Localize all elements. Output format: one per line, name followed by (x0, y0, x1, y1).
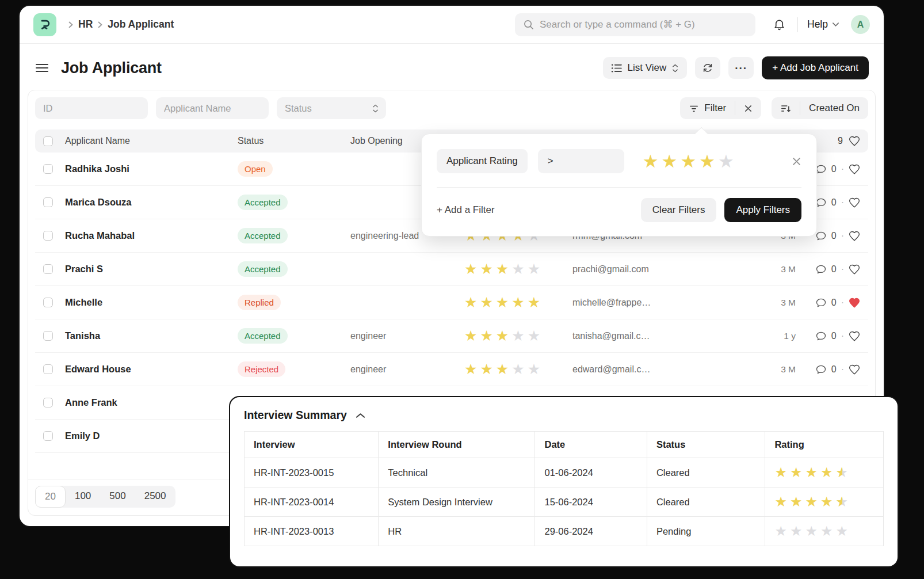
page-size-100[interactable]: 100 (66, 486, 100, 508)
heart-icon[interactable] (849, 364, 860, 375)
filter-rating-stars[interactable]: ★★★★★ (643, 153, 734, 170)
row-checkbox[interactable] (43, 164, 53, 174)
status-filter-select[interactable]: Status (277, 97, 386, 119)
job-opening: engineer (350, 364, 464, 375)
interview-round: System Design Interview (379, 487, 535, 517)
interview-table-row[interactable]: HR-INT-2023-0013 HR 29-06-2024 Pending ★… (245, 517, 884, 546)
applicant-name[interactable]: Radhika Joshi (65, 163, 238, 174)
notifications-button[interactable] (770, 16, 788, 33)
applicant-name[interactable]: Anne Frank (65, 397, 238, 408)
comment-icon (815, 264, 827, 275)
comment-count: 0 (831, 331, 837, 341)
applicant-name-filter-input[interactable] (156, 97, 269, 119)
interview-status: Cleared (647, 458, 765, 487)
view-switcher-button[interactable]: List View (603, 57, 687, 79)
add-job-applicant-button[interactable]: + Add Job Applicant (762, 56, 869, 79)
applicant-name[interactable]: Edward House (65, 364, 238, 375)
heart-icon[interactable] (849, 163, 860, 175)
row-rating: ★★★★★ (464, 262, 572, 276)
table-row[interactable]: Tanisha Accepted engineer ★★★★★ tanisha@… (35, 319, 868, 353)
applicant-name[interactable]: Rucha Mahabal (65, 230, 238, 241)
row-checkbox[interactable] (43, 264, 53, 274)
heart-icon[interactable] (849, 230, 860, 242)
sort-direction-button[interactable] (772, 97, 800, 119)
sort-field-button[interactable]: Created On (800, 97, 868, 119)
table-row[interactable]: Edward House Rejected engineer ★★★★★ edw… (35, 353, 868, 386)
help-menu[interactable]: Help (807, 18, 839, 31)
status-badge: Accepted (238, 261, 288, 277)
close-icon (744, 104, 753, 113)
page-size-2500[interactable]: 2500 (135, 486, 175, 508)
navbar: HR Job Applicant Search or type a comman… (20, 6, 884, 44)
comment-icon (815, 230, 827, 242)
interview-rating: ★★★★★★ (774, 466, 874, 479)
refresh-button[interactable] (695, 57, 720, 79)
page-size-500[interactable]: 500 (100, 486, 135, 508)
page-size-20[interactable]: 20 (35, 486, 66, 508)
clear-filter-x-button[interactable] (735, 97, 761, 119)
interview-date: 29-06-2024 (535, 517, 647, 546)
page-size-selector: 201005002500 (35, 486, 175, 508)
applicant-name[interactable]: Emily D (65, 431, 238, 441)
row-modified: 3 M (759, 298, 796, 308)
row-modified: 3 M (759, 364, 796, 375)
remove-filter-button[interactable] (792, 157, 801, 166)
row-checkbox[interactable] (43, 231, 53, 241)
breadcrumb-job-applicant[interactable]: Job Applicant (108, 18, 174, 31)
user-avatar[interactable]: A (851, 15, 870, 34)
select-all-checkbox[interactable] (43, 136, 53, 146)
interview-round: HR (379, 517, 535, 546)
row-checkbox[interactable] (43, 431, 53, 441)
table-row[interactable]: Prachi S Accepted ★★★★★ prachi@gmail.com… (35, 253, 868, 286)
row-checkbox[interactable] (43, 364, 53, 374)
row-checkbox[interactable] (43, 398, 53, 407)
app-logo[interactable] (33, 13, 56, 36)
applicant-name[interactable]: Tanisha (65, 330, 238, 341)
updown-chevron-icon (372, 104, 379, 113)
row-email: michelle@frappe… (572, 298, 759, 308)
interview-rating: ★★★★★★ (774, 495, 874, 509)
row-checkbox[interactable] (43, 298, 53, 307)
like-filter-heart-icon[interactable] (849, 135, 860, 147)
more-options-button[interactable]: ··· (728, 57, 754, 79)
filter-field-select[interactable]: Applicant Rating (437, 149, 528, 173)
interview-table-row[interactable]: HR-INT-2023-0015 Technical 01-06-2024 Cl… (245, 458, 884, 487)
heart-icon[interactable] (849, 330, 860, 342)
heart-icon[interactable] (849, 297, 860, 308)
sidebar-toggle-button[interactable] (33, 60, 51, 75)
table-row[interactable]: Michelle Replied ★★★★★ michelle@frappe… … (35, 286, 868, 319)
row-checkbox[interactable] (43, 197, 53, 207)
interview-table-row[interactable]: HR-INT-2023-0014 System Design Interview… (245, 487, 884, 517)
row-checkbox[interactable] (43, 331, 53, 341)
filter-operator-select[interactable]: > (538, 149, 624, 173)
help-label: Help (807, 18, 828, 31)
apply-filters-button[interactable]: Apply Filters (724, 198, 801, 222)
interview-date: 01-06-2024 (535, 458, 647, 487)
heart-icon[interactable] (849, 264, 860, 275)
interview-status: Cleared (647, 487, 765, 517)
add-filter-link[interactable]: + Add a Filter (437, 204, 495, 216)
app-logo-icon (38, 18, 52, 32)
heart-icon[interactable] (849, 197, 860, 208)
interview-summary-header[interactable]: Interview Summary (244, 409, 884, 422)
comment-count: 0 (831, 264, 837, 275)
filter-button[interactable]: Filter (680, 97, 735, 119)
interview-date: 15-06-2024 (535, 487, 647, 517)
sort-button-group: Created On (772, 97, 868, 119)
global-search-input[interactable]: Search or type a command (⌘ + G) (515, 13, 755, 36)
applicant-name[interactable]: Prachi S (65, 264, 238, 275)
applicant-name[interactable]: Marica Dsouza (65, 197, 238, 208)
search-placeholder: Search or type a command (⌘ + G) (540, 18, 695, 31)
column-applicant-name[interactable]: Applicant Name (65, 136, 238, 146)
id-filter-input[interactable] (35, 97, 148, 119)
row-meta: 0 · (796, 364, 860, 375)
status-badge: Accepted (238, 195, 288, 210)
status-badge: Accepted (238, 328, 288, 344)
breadcrumb-hr[interactable]: HR (78, 18, 93, 31)
comment-icon (815, 297, 827, 308)
column-status[interactable]: Status (238, 136, 350, 146)
clear-filters-button[interactable]: Clear Filters (641, 198, 717, 222)
interview-rating: ★★★★★ (774, 524, 874, 538)
applicant-name[interactable]: Michelle (65, 297, 238, 308)
search-icon (523, 19, 534, 30)
